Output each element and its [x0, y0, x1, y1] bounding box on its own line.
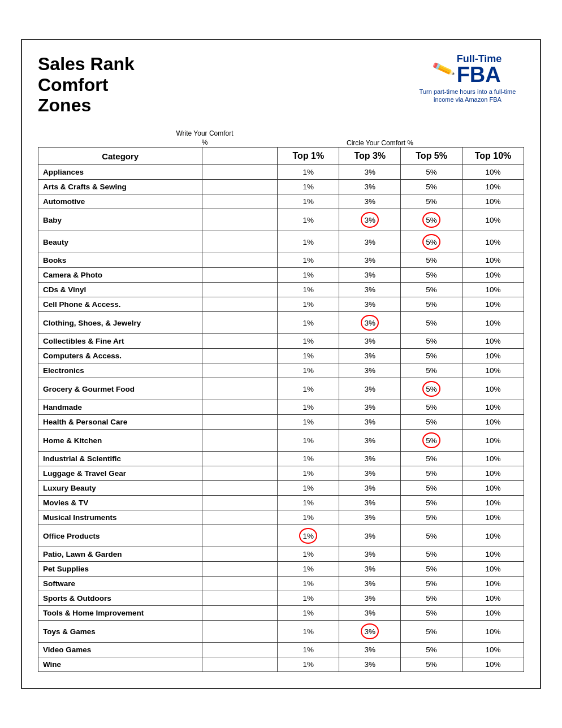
- top3-cell: 3%: [339, 621, 401, 643]
- pre-header-row: Write Your Comfort % Circle Your Comfort…: [38, 129, 524, 147]
- top1-cell: 1%: [278, 209, 339, 231]
- top5-cell: 5%: [401, 400, 462, 415]
- circled-value: 5%: [422, 212, 440, 228]
- top10-cell: 10%: [462, 312, 524, 334]
- category-cell: Musical Instruments: [38, 510, 202, 525]
- table-row: Home & Kitchen1%3%5%10%: [38, 430, 524, 452]
- write-cell[interactable]: [202, 496, 278, 510]
- write-cell[interactable]: [202, 657, 278, 672]
- write-cell[interactable]: [202, 334, 278, 349]
- write-cell[interactable]: [202, 312, 278, 334]
- top10-cell: 10%: [462, 547, 524, 562]
- write-cell[interactable]: [202, 643, 278, 657]
- top10-cell: 10%: [462, 496, 524, 510]
- top10-cell: 10%: [462, 349, 524, 363]
- top1-cell: 1%: [278, 180, 339, 194]
- top3-cell: 3%: [339, 657, 401, 672]
- table-row: CDs & Vinyl1%3%5%10%: [38, 283, 524, 297]
- category-cell: Software: [38, 577, 202, 591]
- top10-cell: 10%: [462, 283, 524, 297]
- circled-value: 5%: [422, 432, 440, 448]
- top3-cell: 3%: [339, 312, 401, 334]
- top1-cell: 1%: [278, 510, 339, 525]
- top5-cell: 5%: [401, 180, 462, 194]
- top3-cell: 3%: [339, 363, 401, 378]
- top5-cell: 5%: [401, 510, 462, 525]
- write-cell[interactable]: [202, 349, 278, 363]
- top5-cell: 5%: [401, 562, 462, 577]
- category-cell: Grocery & Gourmet Food: [38, 378, 202, 400]
- table-row: Books1%3%5%10%: [38, 253, 524, 268]
- top3-cell: 3%: [339, 452, 401, 466]
- write-cell[interactable]: [202, 591, 278, 606]
- top10-cell: 10%: [462, 643, 524, 657]
- write-cell[interactable]: [202, 621, 278, 643]
- top1-cell: 1%: [278, 481, 339, 496]
- write-cell[interactable]: [202, 562, 278, 577]
- top10-cell: 10%: [462, 180, 524, 194]
- write-cell[interactable]: [202, 209, 278, 231]
- top5-cell: 5%: [401, 452, 462, 466]
- write-cell[interactable]: [202, 231, 278, 253]
- write-cell[interactable]: [202, 378, 278, 400]
- write-cell[interactable]: [202, 547, 278, 562]
- write-cell[interactable]: [202, 466, 278, 481]
- write-cell[interactable]: [202, 363, 278, 378]
- table-row: Sports & Outdoors1%3%5%10%: [38, 591, 524, 606]
- write-cell[interactable]: [202, 481, 278, 496]
- category-cell: Computers & Access.: [38, 349, 202, 363]
- table-row: Grocery & Gourmet Food1%3%5%10%: [38, 378, 524, 400]
- top5-cell: 5%: [401, 606, 462, 621]
- write-cell[interactable]: [202, 452, 278, 466]
- write-cell[interactable]: [202, 606, 278, 621]
- category-cell: Luxury Beauty: [38, 481, 202, 496]
- category-cell: Clothing, Shoes, & Jewelry: [38, 312, 202, 334]
- main-table: Category Top 1% Top 3% Top 5% Top 10% Ap…: [38, 147, 524, 672]
- col-header-top3: Top 3%: [339, 148, 401, 165]
- top10-cell: 10%: [462, 481, 524, 496]
- write-cell[interactable]: [202, 400, 278, 415]
- write-cell[interactable]: [202, 253, 278, 268]
- write-cell[interactable]: [202, 268, 278, 283]
- table-row: Tools & Home Improvement1%3%5%10%: [38, 606, 524, 621]
- table-row: Patio, Lawn & Garden1%3%5%10%: [38, 547, 524, 562]
- top5-cell: 5%: [401, 415, 462, 430]
- write-cell[interactable]: [202, 194, 278, 209]
- col-header-category: Category: [38, 148, 202, 165]
- category-cell: Home & Kitchen: [38, 430, 202, 452]
- write-cell[interactable]: [202, 510, 278, 525]
- write-cell[interactable]: [202, 283, 278, 297]
- title-block: Sales Rank Comfort Zones: [38, 54, 135, 116]
- top1-cell: 1%: [278, 562, 339, 577]
- write-cell[interactable]: [202, 525, 278, 547]
- write-cell[interactable]: [202, 180, 278, 194]
- top5-cell: 5%: [401, 378, 462, 400]
- write-cell[interactable]: [202, 430, 278, 452]
- top1-cell: 1%: [278, 415, 339, 430]
- table-row: Cell Phone & Access.1%3%5%10%: [38, 297, 524, 312]
- write-cell[interactable]: [202, 297, 278, 312]
- top5-cell: 5%: [401, 253, 462, 268]
- category-cell: Wine: [38, 657, 202, 672]
- top3-cell: 3%: [339, 525, 401, 547]
- category-cell: Arts & Crafts & Sewing: [38, 180, 202, 194]
- table-row: Collectibles & Fine Art1%3%5%10%: [38, 334, 524, 349]
- top5-cell: 5%: [401, 363, 462, 378]
- top3-cell: 3%: [339, 430, 401, 452]
- top1-cell: 1%: [278, 194, 339, 209]
- top5-cell: 5%: [401, 430, 462, 452]
- table-row: Pet Supplies1%3%5%10%: [38, 562, 524, 577]
- top5-cell: 5%: [401, 334, 462, 349]
- top10-cell: 10%: [462, 621, 524, 643]
- category-cell: Appliances: [38, 165, 202, 180]
- top3-cell: 3%: [339, 165, 401, 180]
- top3-cell: 3%: [339, 577, 401, 591]
- write-cell[interactable]: [202, 577, 278, 591]
- write-cell[interactable]: [202, 165, 278, 180]
- category-cell: Cell Phone & Access.: [38, 297, 202, 312]
- top1-cell: 1%: [278, 297, 339, 312]
- top10-cell: 10%: [462, 415, 524, 430]
- write-cell[interactable]: [202, 415, 278, 430]
- table-row: Appliances1%3%5%10%: [38, 165, 524, 180]
- top10-cell: 10%: [462, 657, 524, 672]
